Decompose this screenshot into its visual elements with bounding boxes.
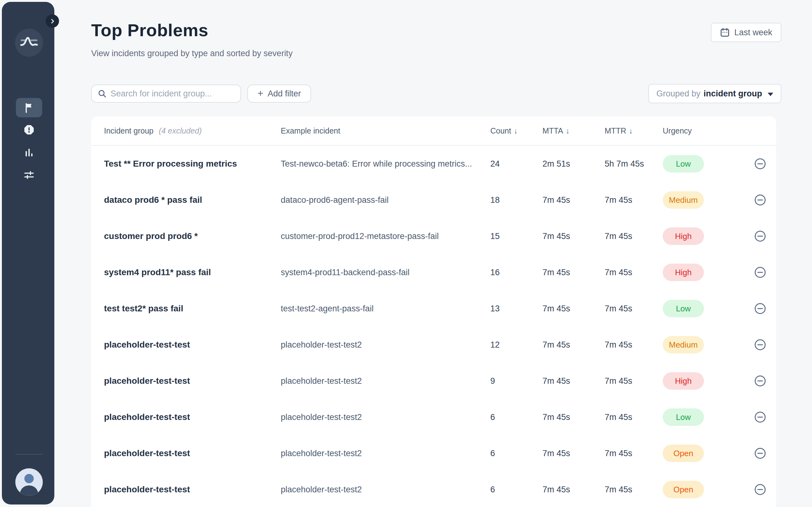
- sidebar-item-incidents[interactable]: [16, 123, 42, 137]
- example-incident[interactable]: Test-newco-beta6: Error while processing…: [281, 159, 490, 169]
- mtta-value: 7m 45s: [543, 268, 605, 277]
- incident-group-name[interactable]: dataco prod6 * pass fail: [104, 195, 281, 205]
- incident-group-name[interactable]: placeholder-test-test: [104, 448, 281, 458]
- incident-count: 6: [490, 485, 543, 495]
- grouped-by-dropdown[interactable]: Grouped by incident group: [648, 84, 781, 103]
- add-filter-button[interactable]: + Add filter: [247, 84, 311, 103]
- page-title: Top Problems: [91, 20, 208, 40]
- add-filter-label: Add filter: [268, 89, 301, 99]
- exclude-group-button[interactable]: [754, 302, 766, 315]
- table-row: placeholder-test-test placeholder-test-t…: [91, 399, 776, 435]
- table-row: placeholder-test-test placeholder-test-t…: [91, 327, 776, 363]
- urgency-badge: High: [663, 227, 704, 245]
- mtta-value: 7m 45s: [543, 412, 605, 422]
- example-incident[interactable]: dataco-prod6-agent-pass-fail: [281, 195, 490, 205]
- exclude-group-button[interactable]: [754, 375, 766, 387]
- mtta-value: 7m 45s: [543, 449, 605, 458]
- example-incident[interactable]: placeholder-test-test2: [281, 485, 490, 495]
- mtta-value: 2m 51s: [543, 159, 605, 169]
- bar-chart-icon: [23, 147, 35, 158]
- example-incident[interactable]: placeholder-test-test2: [281, 376, 490, 386]
- grouped-by-prefix: Grouped by: [656, 89, 701, 99]
- mttr-value: 7m 45s: [605, 304, 663, 314]
- incident-group-name[interactable]: placeholder-test-test: [104, 376, 281, 386]
- exclude-group-button[interactable]: [754, 230, 766, 242]
- table-row: customer prod prod6 * customer-prod-prod…: [91, 218, 776, 254]
- incident-group-name[interactable]: system4 prod11* pass fail: [104, 267, 281, 277]
- exclude-group-button[interactable]: [754, 339, 766, 351]
- calendar-icon: [720, 27, 730, 38]
- search-input[interactable]: [110, 89, 235, 99]
- sort-descending-icon: ↓: [514, 126, 518, 135]
- example-incident[interactable]: placeholder-test-test2: [281, 449, 490, 458]
- mtta-value: 7m 45s: [543, 485, 605, 495]
- app-logo[interactable]: [15, 29, 43, 57]
- column-header-incident-group[interactable]: Incident group (4 excluded): [104, 126, 281, 135]
- exclude-group-button[interactable]: [754, 411, 766, 424]
- mttr-value: 7m 45s: [605, 485, 663, 495]
- sort-descending-icon: ↓: [566, 126, 570, 135]
- column-header-count[interactable]: Count↓: [490, 126, 543, 135]
- sidebar: [2, 2, 54, 505]
- example-incident[interactable]: placeholder-test-test2: [281, 340, 490, 350]
- incident-count: 13: [490, 304, 543, 314]
- sidebar-item-settings[interactable]: [16, 168, 42, 182]
- exclude-group-button[interactable]: [754, 447, 766, 460]
- urgency-badge: Open: [663, 481, 704, 498]
- incident-group-name[interactable]: test test2* pass fail: [104, 303, 281, 314]
- alert-octagon-icon: [23, 124, 35, 135]
- urgency-badge: Low: [663, 408, 704, 426]
- column-header-mtta[interactable]: MTTA↓: [543, 126, 605, 135]
- incident-count: 12: [490, 340, 543, 350]
- column-header-urgency[interactable]: Urgency: [663, 126, 744, 135]
- sort-descending-icon: ↓: [629, 126, 633, 135]
- mtta-value: 7m 45s: [543, 231, 605, 241]
- excluded-count-note: (4 excluded): [159, 126, 202, 135]
- incident-count: 6: [490, 449, 543, 458]
- exclude-group-button[interactable]: [754, 266, 766, 279]
- example-incident[interactable]: customer-prod-prod12-metastore-pass-fail: [281, 231, 490, 241]
- user-avatar[interactable]: [15, 468, 43, 496]
- incident-group-name[interactable]: Test ** Error processing metrics: [104, 159, 281, 169]
- chevron-right-icon: [49, 18, 56, 24]
- plus-icon: +: [257, 88, 263, 98]
- example-incident[interactable]: placeholder-test-test2: [281, 412, 490, 422]
- mttr-value: 5h 7m 45s: [605, 159, 663, 169]
- exclude-group-button[interactable]: [754, 483, 766, 496]
- urgency-badge: Medium: [663, 191, 704, 209]
- sidebar-expand-button[interactable]: [46, 14, 59, 28]
- exclude-group-button[interactable]: [754, 158, 766, 170]
- mtta-value: 7m 45s: [543, 195, 605, 205]
- flag-icon: [23, 102, 35, 113]
- incident-group-name[interactable]: customer prod prod6 *: [104, 231, 281, 241]
- wave-logo-icon: [20, 34, 38, 52]
- date-range-button[interactable]: Last week: [711, 23, 781, 42]
- column-header-mttr[interactable]: MTTR↓: [605, 126, 663, 135]
- incident-group-name[interactable]: placeholder-test-test: [104, 412, 281, 422]
- mttr-value: 7m 45s: [605, 340, 663, 350]
- page-subtitle: View incidents grouped by type and sorte…: [91, 49, 293, 58]
- search-box: [91, 84, 241, 103]
- example-incident[interactable]: system4-prod11-backend-pass-fail: [281, 268, 490, 277]
- example-incident[interactable]: test-test2-agent-pass-fail: [281, 304, 490, 314]
- incident-count: 6: [490, 412, 543, 422]
- sidebar-item-problems[interactable]: [16, 98, 42, 117]
- sidebar-item-analytics[interactable]: [16, 146, 42, 159]
- incident-group-name[interactable]: placeholder-test-test: [104, 340, 281, 350]
- top-problems-table: Incident group (4 excluded) Example inci…: [91, 116, 776, 507]
- sliders-icon: [23, 169, 35, 181]
- date-range-label: Last week: [734, 28, 772, 38]
- incident-count: 15: [490, 231, 543, 241]
- incident-group-name[interactable]: placeholder-test-test: [104, 485, 281, 495]
- table-row: placeholder-test-test placeholder-test-t…: [91, 363, 776, 399]
- mttr-value: 7m 45s: [605, 268, 663, 277]
- mtta-value: 7m 45s: [543, 304, 605, 314]
- table-row: placeholder-test-test placeholder-test-t…: [91, 471, 776, 507]
- column-header-example-incident[interactable]: Example incident: [281, 126, 490, 135]
- incident-count: 24: [490, 159, 543, 169]
- table-row: Test ** Error processing metrics Test-ne…: [91, 146, 776, 182]
- avatar-person-icon: [15, 468, 43, 496]
- urgency-badge: Low: [663, 300, 704, 317]
- exclude-group-button[interactable]: [754, 194, 766, 206]
- search-icon: [97, 89, 107, 98]
